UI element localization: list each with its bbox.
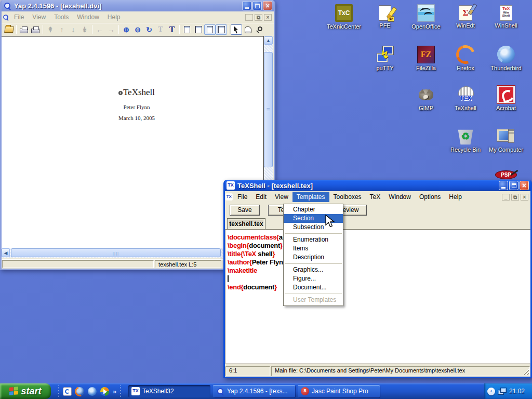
horizontal-scroll-thumb[interactable]: |||| <box>11 248 221 257</box>
thunderbird-icon[interactable] <box>88 387 97 396</box>
zoom-in-icon[interactable]: ⊕ <box>121 24 132 35</box>
outlook-express-icon[interactable] <box>63 387 72 396</box>
magnifier-tool-icon[interactable] <box>254 24 265 35</box>
overflow-chevron-icon[interactable]: » <box>113 388 116 395</box>
network-icon[interactable] <box>498 388 507 395</box>
next-page-icon[interactable]: ↓ <box>68 24 79 35</box>
save-button[interactable]: Save <box>230 205 260 216</box>
desktop-icon-texniccenter[interactable]: TxCTeXnicCenter <box>325 4 363 30</box>
print-setup-icon[interactable] <box>30 24 41 35</box>
zoom-in-glyph: ⊕ <box>123 25 129 34</box>
yap-menu-tools[interactable]: Tools <box>50 12 73 22</box>
forward-icon[interactable]: → <box>105 24 117 35</box>
last-page-icon[interactable]: ↡ <box>79 24 90 35</box>
minimize-button[interactable] <box>242 1 251 10</box>
menu-item-figure[interactable]: Figure... <box>284 274 343 283</box>
print-icon[interactable] <box>18 24 30 35</box>
last-page-glyph: ↡ <box>82 25 88 34</box>
mdi-minimize-button[interactable]: _ <box>502 194 510 201</box>
book-view-icon[interactable] <box>193 24 204 35</box>
maximize-button[interactable] <box>509 181 518 190</box>
close-button[interactable] <box>520 181 529 190</box>
zoom-out-icon[interactable]: ⊖ <box>132 24 143 35</box>
yap-menu-help[interactable]: Help <box>103 12 125 22</box>
tab-texshell-tex[interactable]: texshell.tex <box>227 218 265 229</box>
texshell-menu-window[interactable]: Window <box>384 192 415 202</box>
text-mode-icon[interactable]: T <box>166 24 178 35</box>
menu-item-enumeration[interactable]: Enumeration <box>284 235 343 244</box>
taskbar-button-yap[interactable]: Yap 2.4.1596 - [texs... <box>213 385 295 397</box>
start-button[interactable]: start <box>0 383 51 399</box>
menu-item-document[interactable]: Document... <box>284 283 343 292</box>
putty-icon: ↯ <box>376 46 394 63</box>
desktop-icon-texshell[interactable]: TEXTeXshell <box>446 86 485 111</box>
putty-label: puTTY <box>366 65 404 71</box>
back-icon[interactable]: ← <box>94 24 105 35</box>
desktop-icon-firefox[interactable]: Firefox <box>446 46 485 71</box>
menu-item-description[interactable]: Description <box>284 253 343 262</box>
desktop-icon-recycle-bin[interactable]: ♻Recycle Bin <box>446 127 485 153</box>
taskbar-button-psp[interactable]: 8Jasc Paint Shop Pro <box>298 385 380 397</box>
desktop-icon-winedt[interactable]: ΣWinEdt <box>446 4 485 29</box>
recycle-bin-icon: ♻ <box>457 127 474 145</box>
texshell-menu-view[interactable]: View <box>271 192 292 202</box>
mdi-close-button[interactable]: × <box>264 14 272 21</box>
texshell-menu-toolboxes[interactable]: Toolboxes <box>329 192 366 202</box>
single-page-view-icon[interactable] <box>181 24 193 35</box>
texshell-menu-tex[interactable]: TeX <box>366 192 385 202</box>
ruler-tool-icon[interactable]: T <box>155 24 166 35</box>
resize-grip[interactable] <box>523 369 529 375</box>
refresh-icon[interactable]: ↻ <box>143 24 155 35</box>
select-tool-icon[interactable] <box>231 24 242 35</box>
desktop-icon-thunderbird[interactable]: Thunderbird <box>487 46 525 71</box>
vertical-scroll-thumb[interactable]: ☰ <box>264 52 273 167</box>
mdi-restore-button[interactable]: ⧉ <box>255 14 262 21</box>
taskbar-button-texshell[interactable]: TXTeXShell32 <box>128 385 210 397</box>
continuous-view-icon[interactable] <box>204 24 216 35</box>
zoom-out-glyph: ⊖ <box>135 25 141 34</box>
menu-item-chapter[interactable]: Chapter <box>284 205 343 214</box>
close-button[interactable] <box>263 1 272 10</box>
menu-item-items[interactable]: Items <box>284 244 343 253</box>
menu-item-graphics[interactable]: Graphics... <box>284 265 343 274</box>
minimize-button[interactable] <box>499 181 508 190</box>
desktop-icon-pfe[interactable]: 32PFE <box>366 4 404 29</box>
prev-page-icon[interactable]: ↑ <box>56 24 68 35</box>
desktop-icon-putty[interactable]: ↯puTTY <box>366 46 404 71</box>
continuous-book-view-icon[interactable] <box>216 24 227 35</box>
first-page-icon[interactable]: ↟ <box>45 24 56 35</box>
texshell-menu-templates[interactable]: Templates <box>292 192 329 202</box>
desktop-icon-filezilla[interactable]: FZFileZilla <box>407 46 445 71</box>
scroll-left-button[interactable]: ◀ <box>2 248 10 257</box>
toolbar-separator <box>92 25 92 34</box>
media-player-icon[interactable] <box>100 387 109 396</box>
hide-icons-chevron[interactable]: ‹ <box>487 388 495 395</box>
mdi-close-button[interactable]: × <box>521 194 528 201</box>
desktop-icon-paint-shop-pro[interactable]: PSP <box>487 170 525 179</box>
firefox-icon[interactable] <box>75 387 84 396</box>
yap-titlebar[interactable]: Yap 2.4.1596 - [texshell.dvi] <box>2 0 274 11</box>
texshell-titlebar[interactable]: TX TeXShell - [texshell.tex] <box>225 180 530 191</box>
hand-tool-icon[interactable] <box>242 24 254 35</box>
texshell-menu-options[interactable]: Options <box>415 192 445 202</box>
latex-editor[interactable]: \documentclass{article}\begin{document}\… <box>225 230 530 364</box>
open-icon[interactable] <box>3 24 15 35</box>
maximize-button[interactable] <box>252 1 262 10</box>
desktop-icon-my-computer[interactable]: My Computer <box>487 127 525 153</box>
desktop-icon-acrobat[interactable]: Acrobat <box>487 86 525 111</box>
desktop-icon-winshell[interactable]: TeXWin ShellWinShell <box>487 4 525 29</box>
scroll-up-button[interactable]: ▲ <box>264 36 273 45</box>
firefox-icon <box>457 46 474 63</box>
mdi-restore-button[interactable]: ⧉ <box>511 194 519 201</box>
texshell-menu-file[interactable]: File <box>233 192 251 202</box>
yap-menu-window[interactable]: Window <box>73 12 103 22</box>
texshell-menu-help[interactable]: Help <box>445 192 466 202</box>
book-view-art <box>195 26 202 33</box>
mdi-minimize-button[interactable]: _ <box>245 14 253 21</box>
desktop-icon-openoffice[interactable]: OpenOffice <box>407 4 445 30</box>
yap-menu-file[interactable]: File <box>10 12 28 22</box>
texshell-menu-edit[interactable]: Edit <box>251 192 271 202</box>
yap-status-file: texshell.tex L:5 <box>155 260 221 268</box>
desktop-icon-gimp[interactable]: GIMP <box>407 86 445 111</box>
yap-menu-view[interactable]: View <box>28 12 50 22</box>
